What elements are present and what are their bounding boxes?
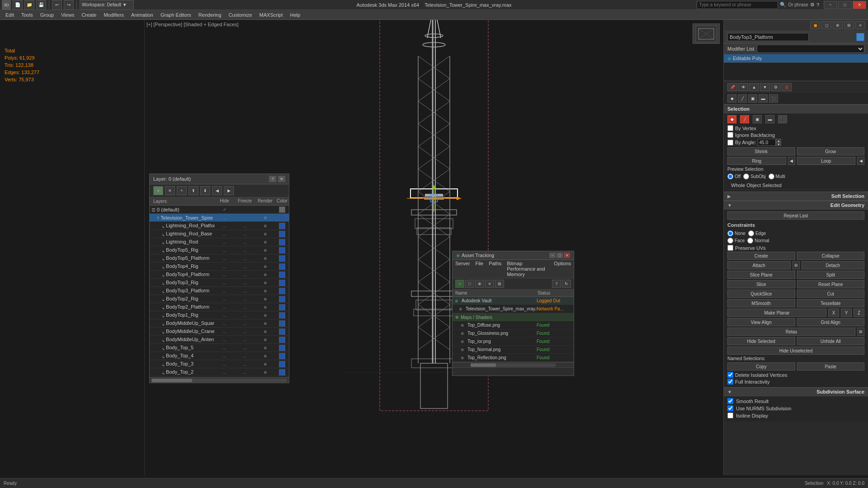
- help-icon[interactable]: ?: [816, 2, 819, 8]
- at-help-btn[interactable]: ?: [552, 280, 561, 288]
- minimize-button[interactable]: −: [824, 1, 837, 9]
- at-tool-4[interactable]: ≡: [485, 280, 494, 288]
- layer-row[interactable]: ⌞ Lightning_Rod_Platform ... ... ⊕: [150, 222, 289, 230]
- repeat-last-btn[interactable]: Repeat Last: [727, 211, 864, 220]
- at-row[interactable]: ⊕ Top_Diffuse.png Found: [453, 321, 574, 329]
- unhide-all-btn[interactable]: Unhide All: [797, 337, 865, 345]
- layer-color[interactable]: [279, 361, 285, 367]
- layer-color[interactable]: [279, 272, 285, 278]
- layer-row[interactable]: ⌞ BodyTop3_Rig ... ... ⊕: [150, 279, 289, 287]
- vertex-mode-btn[interactable]: ◆: [727, 94, 736, 103]
- loop-button[interactable]: Loop: [797, 157, 856, 165]
- constraint-face[interactable]: Face: [727, 238, 745, 244]
- sel-element-btn[interactable]: ⬛: [778, 115, 787, 123]
- layer-row[interactable]: ⌞ Lightning_Rod ... ... ⊕: [150, 238, 289, 246]
- at-row[interactable]: ⊕ Top_Normal.png Found: [453, 346, 574, 354]
- mod-pin-btn[interactable]: 📌: [727, 83, 737, 91]
- copy-btn[interactable]: Copy: [727, 362, 795, 371]
- layer-color[interactable]: [279, 215, 285, 221]
- search-icon[interactable]: 🔍: [780, 2, 786, 8]
- constraint-normal-input[interactable]: [747, 238, 753, 244]
- save-btn[interactable]: 💾: [36, 0, 46, 10]
- open-btn[interactable]: 📁: [24, 0, 34, 10]
- menu-customize[interactable]: Customize: [225, 11, 256, 19]
- at-refresh-btn[interactable]: ↻: [562, 280, 571, 288]
- sel-border-btn[interactable]: ▣: [753, 115, 762, 123]
- layers-tool-3[interactable]: +: [177, 186, 187, 195]
- layer-row[interactable]: ⌞ BodyMiddleUp_Cranes ... ... ⊕: [150, 328, 289, 336]
- layer-color[interactable]: [279, 377, 285, 378]
- obj-color-swatch[interactable]: [856, 33, 864, 41]
- slice-btn[interactable]: Slice: [727, 280, 795, 288]
- sel-poly-btn[interactable]: ▬: [765, 115, 774, 123]
- constraint-face-input[interactable]: [727, 238, 733, 244]
- use-nurms-checkbox[interactable]: [727, 405, 733, 411]
- z-btn[interactable]: Z: [854, 309, 864, 317]
- layer-row[interactable]: ⌞ Body_Top_5 ... ... ⊕: [150, 344, 289, 352]
- at-menu-server[interactable]: Server: [454, 261, 471, 277]
- radio-multi-input[interactable]: [769, 174, 774, 179]
- y-btn[interactable]: Y: [841, 309, 852, 317]
- menu-group[interactable]: Group: [37, 11, 58, 19]
- rp-icon-4[interactable]: ⊞: [844, 21, 854, 29]
- layer-row[interactable]: ☰ 0 (default) ✓: [150, 206, 289, 214]
- modifier-editable-poly[interactable]: ⊕ Editable Poly: [724, 54, 868, 63]
- grid-align-btn[interactable]: Grid Align: [797, 318, 865, 326]
- radio-subobj-input[interactable]: [743, 174, 749, 179]
- redo-btn[interactable]: ↪: [64, 0, 74, 10]
- layer-color[interactable]: [279, 304, 285, 310]
- menu-rendering[interactable]: Rendering: [195, 11, 225, 19]
- constraint-none[interactable]: None: [727, 230, 745, 236]
- element-mode-btn[interactable]: ⬛: [769, 94, 778, 103]
- layers-tool-6[interactable]: ◀: [212, 186, 222, 195]
- at-menu-file[interactable]: File: [474, 261, 484, 277]
- layers-tool-1[interactable]: ▪: [153, 186, 163, 195]
- at-scrollbar[interactable]: [453, 362, 574, 367]
- layers-scrollbar[interactable]: [150, 377, 289, 383]
- layers-tool-7[interactable]: ▶: [224, 186, 234, 195]
- layer-color[interactable]: [279, 312, 285, 319]
- radio-off[interactable]: Off: [727, 174, 741, 179]
- layer-row[interactable]: ⌞ BodyTop2_Platform ... ... ⊕: [150, 303, 289, 311]
- at-menu-options[interactable]: Options: [553, 261, 572, 277]
- layer-color[interactable]: [279, 280, 285, 286]
- at-scroll-thumb[interactable]: [471, 363, 496, 367]
- layer-color[interactable]: [279, 296, 285, 302]
- relax-btn[interactable]: Relax: [727, 328, 855, 336]
- msmooth-btn[interactable]: MSmooth: [727, 299, 795, 307]
- shrink-button[interactable]: Shrink: [727, 147, 795, 155]
- search-options-icon[interactable]: ⚙: [810, 2, 815, 8]
- maximize-button[interactable]: □: [838, 1, 852, 9]
- layer-row[interactable]: ⌞ Body_Top_2 ... ... ⊕: [150, 368, 289, 376]
- menu-tools[interactable]: Tools: [18, 11, 37, 19]
- collapse-btn[interactable]: Collapse: [797, 252, 865, 260]
- layer-row[interactable]: ⌞ Body_Top_4 ... ... ⊕: [150, 352, 289, 360]
- constraint-edge[interactable]: Edge: [748, 230, 766, 236]
- layer-row[interactable]: T Television_Tower_Spire ... ⊕: [150, 214, 289, 222]
- layer-row[interactable]: ⌞ BodyMiddleUp_Antennas ... ... ⊕: [150, 336, 289, 344]
- app-icon[interactable]: 3D: [2, 0, 11, 10]
- layer-color[interactable]: [279, 369, 285, 375]
- at-minimize-btn[interactable]: −: [549, 253, 556, 258]
- attach-btn[interactable]: Attach: [727, 261, 791, 269]
- grow-button[interactable]: Grow: [797, 147, 865, 155]
- split-btn[interactable]: Split: [797, 271, 865, 279]
- modifier-list-dropdown[interactable]: [757, 45, 864, 53]
- at-tool-1[interactable]: ▪: [455, 280, 464, 288]
- spin-down[interactable]: ▼: [776, 142, 781, 146]
- layer-color[interactable]: [279, 345, 285, 351]
- ring-arrow[interactable]: ◀: [788, 157, 795, 165]
- layer-color[interactable]: [279, 206, 285, 213]
- mod-up-btn[interactable]: ▲: [749, 83, 759, 91]
- soft-selection-header[interactable]: ▶ Soft Selection: [724, 192, 868, 201]
- layers-tool-4[interactable]: ⬆: [189, 186, 198, 195]
- selection-section-header[interactable]: Selection: [724, 104, 868, 113]
- layers-close-btn[interactable]: ✕: [278, 176, 285, 182]
- constraint-none-input[interactable]: [727, 230, 733, 236]
- new-btn[interactable]: 📄: [13, 0, 23, 10]
- at-scroll-track[interactable]: [471, 363, 556, 367]
- layers-scroll-thumb[interactable]: [151, 379, 192, 382]
- slice-plane-btn[interactable]: Slice Plane: [727, 271, 795, 279]
- full-interactivity-checkbox[interactable]: [727, 379, 733, 385]
- menu-create[interactable]: Create: [78, 11, 100, 19]
